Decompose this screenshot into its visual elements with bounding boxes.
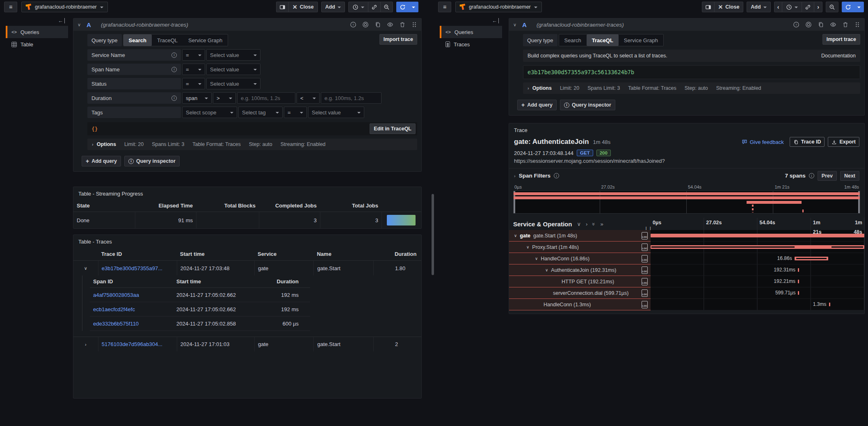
span-logs-icon[interactable]: LOG — [642, 289, 648, 297]
time-picker-button[interactable] — [348, 2, 368, 12]
span-logs-icon[interactable]: LOG — [642, 267, 648, 274]
query-inspector-button[interactable]: iQuery inspector — [124, 156, 180, 166]
next-span-button[interactable]: Next — [840, 171, 859, 181]
column-header[interactable]: Total Jobs — [320, 203, 381, 209]
span-filters-label[interactable]: Span Filters — [519, 173, 550, 179]
chevron-right-icon[interactable]: › — [85, 342, 87, 347]
tab-service-graph[interactable]: Service Graph — [183, 34, 228, 46]
sidebar-item-queries[interactable]: <> Queries — [6, 26, 68, 38]
hide-response-icon[interactable] — [387, 21, 393, 28]
import-trace-button[interactable]: Import trace — [822, 34, 860, 45]
sidebar-item-queries[interactable]: <> Queries — [440, 26, 502, 38]
span-bar[interactable] — [829, 303, 830, 306]
span-name-cell[interactable]: serverConnection.dial (599.71µs) LOG — [509, 287, 651, 299]
close-split-button[interactable]: ✕Close — [288, 2, 318, 12]
span-name-cell[interactable]: ∨ gate gate.Start (1m 48s) LOG — [509, 230, 651, 241]
span-bar[interactable] — [798, 268, 799, 272]
column-header[interactable]: Span ID — [90, 278, 173, 285]
options-toggle[interactable]: ›Options — [528, 85, 552, 91]
duration-max-input[interactable] — [321, 92, 381, 104]
column-header[interactable]: Name — [313, 251, 373, 257]
span-bar[interactable] — [795, 257, 829, 260]
span-bar[interactable] — [651, 234, 864, 237]
drag-handle-icon[interactable] — [411, 21, 417, 28]
span-name-cell[interactable]: ∨ Proxy.Start (1m 48s) LOG — [509, 241, 651, 253]
help-icon[interactable]: ? — [793, 21, 799, 28]
sidebar-item-traces[interactable]: Traces — [440, 38, 502, 50]
span-id-link[interactable]: ecb1aecfcd2f4efc — [93, 306, 135, 312]
column-header[interactable]: Start time — [173, 278, 254, 285]
span-name-cell[interactable]: HandleConn (1.3ms) LOG — [509, 299, 651, 310]
datasource-picker[interactable]: grafanacloud-robinbraemer — [21, 2, 108, 12]
run-query-dropdown[interactable] — [854, 2, 864, 12]
tab-service-graph[interactable]: Service Graph — [619, 34, 663, 46]
chevron-right-icon[interactable]: › — [514, 173, 516, 178]
split-view-button[interactable] — [276, 2, 289, 12]
import-trace-button[interactable]: Import trace — [379, 34, 417, 45]
collapse-all-icon[interactable]: » — [591, 222, 597, 225]
mega-menu-button[interactable]: ≡ — [4, 2, 17, 12]
export-button[interactable]: Export — [828, 137, 859, 147]
trace-row[interactable]: ∨ e3b17be300d57355a97... 2024-11-27 17:0… — [73, 261, 421, 276]
duration-gt-select[interactable]: > — [213, 92, 236, 104]
tag-operator-select[interactable]: = — [284, 107, 307, 118]
traceql-editor[interactable]: e3b17be300d57355a973c56133624b7b — [523, 65, 860, 79]
trace-id-link[interactable]: 5176103de7d596ab304... — [102, 341, 162, 347]
prev-span-button[interactable]: Prev — [818, 171, 837, 181]
span-name-cell[interactable]: HTTP GET (192.21ms) LOG — [509, 276, 651, 287]
time-picker-button[interactable] — [782, 2, 802, 12]
column-header[interactable]: Trace ID — [98, 251, 177, 257]
span-id-link[interactable]: ede332b6b575f110 — [93, 321, 139, 327]
chevron-down-icon[interactable]: ∨ — [514, 233, 517, 238]
documentation-link[interactable]: Documentation — [821, 53, 856, 59]
query-inspector-button[interactable]: iQuery inspector — [560, 100, 615, 110]
span-id-link[interactable]: a4af7580028053aa — [93, 292, 139, 298]
span-track[interactable]: 1.3ms — [651, 299, 864, 310]
give-feedback-link[interactable]: Give feedback — [742, 139, 784, 145]
info-icon[interactable]: i — [171, 67, 177, 72]
hide-response-icon[interactable] — [830, 21, 836, 28]
tab-search[interactable]: Search — [559, 34, 587, 46]
trace-id-button[interactable]: Trace ID — [790, 137, 825, 147]
time-shift-back-button[interactable]: ‹ — [774, 2, 783, 12]
info-icon[interactable]: i — [554, 173, 559, 178]
duration-min-input[interactable] — [237, 92, 295, 104]
service-operation-header[interactable]: Service & Operation — [513, 221, 572, 228]
column-header[interactable]: Elapsed Time — [135, 203, 196, 209]
zoom-out-button[interactable] — [826, 2, 838, 12]
tab-search[interactable]: Search — [123, 34, 152, 46]
add-query-button[interactable]: +Add query — [517, 100, 557, 110]
duration-lt-select[interactable]: < — [297, 92, 320, 104]
collapse-sidebar-button[interactable]: ← — [440, 16, 502, 26]
sidebar-item-table[interactable]: Table — [6, 38, 68, 50]
status-operator-select[interactable]: = — [182, 78, 205, 89]
span-logs-icon[interactable]: LOG — [642, 255, 648, 262]
zoom-out-button[interactable] — [380, 2, 393, 12]
column-header[interactable]: Start time — [177, 251, 254, 257]
service-name-value-select[interactable]: Select value — [206, 49, 260, 61]
tab-traceql[interactable]: TraceQL — [152, 34, 183, 46]
run-query-button[interactable] — [396, 2, 409, 12]
span-track[interactable]: 599.71µs — [651, 287, 864, 299]
column-header[interactable]: Duration — [254, 278, 302, 285]
options-toggle[interactable]: ›Options — [92, 141, 116, 147]
chevron-down-icon[interactable]: ∨ — [535, 256, 538, 261]
copy-link-button[interactable] — [368, 2, 381, 12]
span-bar[interactable] — [651, 245, 864, 249]
collapse-query-icon[interactable]: ∨ — [78, 22, 81, 27]
copy-query-icon[interactable] — [375, 21, 381, 28]
duration-type-select[interactable]: span — [182, 92, 212, 104]
span-track[interactable]: 192.21ms — [651, 276, 864, 287]
expand-one-icon[interactable]: › — [586, 221, 587, 227]
tab-traceql[interactable]: TraceQL — [587, 34, 619, 46]
service-name-operator-select[interactable]: = — [182, 49, 205, 61]
collapse-one-icon[interactable]: ∨ — [577, 221, 581, 227]
chevron-down-icon[interactable]: ∨ — [545, 268, 548, 272]
add-button[interactable]: Add — [747, 2, 770, 12]
column-header[interactable]: State — [73, 203, 135, 209]
trace-row[interactable]: › 5176103de7d596ab304... 2024-11-27 17:0… — [73, 337, 421, 351]
record-icon[interactable] — [362, 21, 369, 28]
info-icon[interactable]: i — [809, 173, 814, 178]
collapse-query-icon[interactable]: ∨ — [513, 22, 516, 27]
tag-scope-select[interactable]: Select scope — [182, 107, 237, 118]
